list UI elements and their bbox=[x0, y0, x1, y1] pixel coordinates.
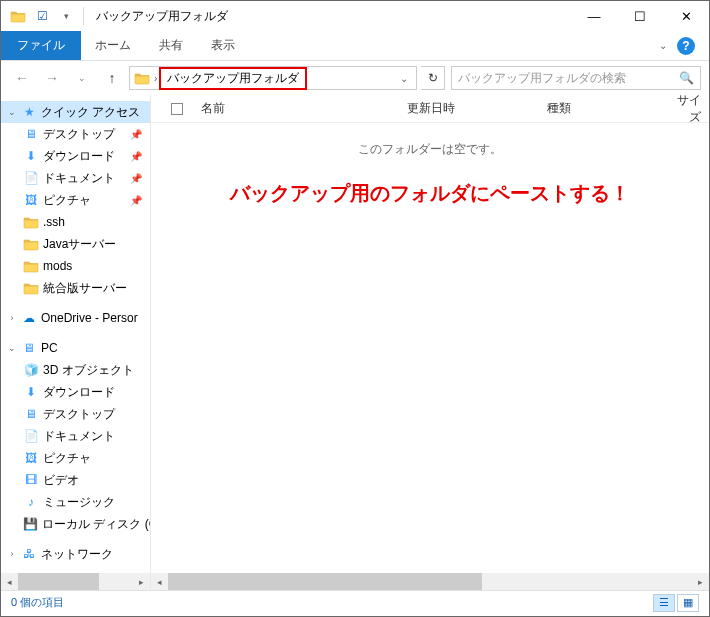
desktop-icon: 🖥 bbox=[23, 406, 39, 422]
tree-onedrive[interactable]: › ☁ OneDrive - Persor bbox=[1, 307, 150, 329]
tree-pc[interactable]: ⌄ 🖥 PC bbox=[1, 337, 150, 359]
search-placeholder: バックアップ用フォルダの検索 bbox=[458, 70, 679, 87]
home-tab[interactable]: ホーム bbox=[81, 31, 145, 60]
navigation-pane: ⌄ ★ クイック アクセス 🖥 デスクトップ 📌 ⬇ ダウンロード 📌 📄 ドキ… bbox=[1, 95, 151, 590]
chevron-right-icon[interactable]: › bbox=[7, 549, 17, 559]
scroll-left-icon[interactable]: ◂ bbox=[1, 573, 18, 590]
status-bar: 0 個の項目 ☰ ▦ bbox=[1, 590, 709, 614]
folder-icon bbox=[23, 280, 39, 296]
file-tab[interactable]: ファイル bbox=[1, 31, 81, 60]
folder-icon bbox=[23, 214, 39, 230]
refresh-button[interactable]: ↻ bbox=[421, 66, 445, 90]
download-icon: ⬇ bbox=[23, 148, 39, 164]
column-date[interactable]: 更新日時 bbox=[399, 100, 539, 117]
view-mode-buttons: ☰ ▦ bbox=[653, 594, 699, 612]
help-icon[interactable]: ? bbox=[677, 37, 695, 55]
network-icon: 🖧 bbox=[21, 546, 37, 562]
chevron-down-icon[interactable]: ⌄ bbox=[7, 343, 17, 353]
chevron-right-icon[interactable]: › bbox=[152, 73, 159, 84]
window-controls: — ☐ ✕ bbox=[571, 1, 709, 31]
up-button[interactable]: ↑ bbox=[99, 65, 125, 91]
music-icon: ♪ bbox=[23, 494, 39, 510]
video-icon: 🎞 bbox=[23, 472, 39, 488]
search-icon: 🔍 bbox=[679, 71, 694, 85]
tree-network[interactable]: › 🖧 ネットワーク bbox=[1, 543, 150, 565]
scroll-right-icon[interactable]: ▸ bbox=[692, 573, 709, 590]
tree-item-desktop[interactable]: 🖥 デスクトップ 📌 bbox=[1, 123, 150, 145]
item-count: 0 個の項目 bbox=[11, 595, 64, 610]
cloud-icon: ☁ bbox=[21, 310, 37, 326]
column-name[interactable]: 名前 bbox=[193, 100, 399, 117]
column-header: 名前 更新日時 種類 サイズ bbox=[151, 95, 709, 123]
search-input[interactable]: バックアップ用フォルダの検索 🔍 bbox=[451, 66, 701, 90]
title-bar: ☑ ▾ バックアップ用フォルダ — ☐ ✕ bbox=[1, 1, 709, 31]
empty-folder-message: このフォルダーは空です。 bbox=[151, 123, 709, 158]
annotation-text: バックアップ用のフォルダにペーストする！ bbox=[191, 180, 669, 207]
content-pane: 名前 更新日時 種類 サイズ このフォルダーは空です。 バックアップ用のフォルダ… bbox=[151, 95, 709, 590]
tree-item-documents[interactable]: 📄 ドキュメント 📌 bbox=[1, 167, 150, 189]
tree-item-ssh[interactable]: .ssh bbox=[1, 211, 150, 233]
tree-item-downloads[interactable]: ⬇ ダウンロード 📌 bbox=[1, 145, 150, 167]
ribbon-expand-icon[interactable]: ⌄ bbox=[659, 40, 667, 51]
tree-quick-access[interactable]: ⌄ ★ クイック アクセス bbox=[1, 101, 150, 123]
column-size[interactable]: サイズ bbox=[659, 92, 709, 126]
folder-icon bbox=[23, 258, 39, 274]
picture-icon: 🖼 bbox=[23, 450, 39, 466]
back-button[interactable]: ← bbox=[9, 65, 35, 91]
disk-icon: 💾 bbox=[23, 516, 38, 532]
ribbon-right: ⌄ ? bbox=[659, 31, 709, 60]
address-row: ← → ⌄ ↑ › バックアップ用フォルダ ⌄ ↻ バックアップ用フォルダの検索… bbox=[1, 61, 709, 95]
tree-item-3d[interactable]: 🧊 3D オブジェクト bbox=[1, 359, 150, 381]
desktop-icon: 🖥 bbox=[23, 126, 39, 142]
scroll-right-icon[interactable]: ▸ bbox=[133, 573, 150, 590]
pin-icon: 📌 bbox=[130, 151, 142, 162]
select-all-checkbox[interactable] bbox=[171, 103, 183, 115]
maximize-button[interactable]: ☐ bbox=[617, 1, 663, 31]
column-type[interactable]: 種類 bbox=[539, 100, 659, 117]
close-button[interactable]: ✕ bbox=[663, 1, 709, 31]
tree-item-bedrock[interactable]: 統合版サーバー bbox=[1, 277, 150, 299]
tree-item-pc-music[interactable]: ♪ ミュージック bbox=[1, 491, 150, 513]
breadcrumb-current[interactable]: バックアップ用フォルダ bbox=[159, 67, 307, 90]
share-tab[interactable]: 共有 bbox=[145, 31, 197, 60]
tree-item-pc-desktop[interactable]: 🖥 デスクトップ bbox=[1, 403, 150, 425]
chevron-right-icon[interactable]: › bbox=[7, 313, 17, 323]
tree-item-java[interactable]: Javaサーバー bbox=[1, 233, 150, 255]
icons-view-button[interactable]: ▦ bbox=[677, 594, 699, 612]
scroll-thumb[interactable] bbox=[168, 573, 482, 590]
document-icon: 📄 bbox=[23, 170, 39, 186]
tree-item-pc-disk[interactable]: 💾 ローカル ディスク (C bbox=[1, 513, 150, 535]
details-view-button[interactable]: ☰ bbox=[653, 594, 675, 612]
pin-icon: 📌 bbox=[130, 129, 142, 140]
scroll-thumb[interactable] bbox=[18, 573, 99, 590]
picture-icon: 🖼 bbox=[23, 192, 39, 208]
download-icon: ⬇ bbox=[23, 384, 39, 400]
tree-item-pictures[interactable]: 🖼 ピクチャ 📌 bbox=[1, 189, 150, 211]
tree-item-pc-videos[interactable]: 🎞 ビデオ bbox=[1, 469, 150, 491]
window-title: バックアップ用フォルダ bbox=[90, 8, 228, 25]
tree-item-pc-pictures[interactable]: 🖼 ピクチャ bbox=[1, 447, 150, 469]
folder-icon bbox=[134, 71, 150, 85]
star-icon: ★ bbox=[21, 104, 37, 120]
tree-item-pc-documents[interactable]: 📄 ドキュメント bbox=[1, 425, 150, 447]
tree-item-mods[interactable]: mods bbox=[1, 255, 150, 277]
address-dropdown-icon[interactable]: ⌄ bbox=[396, 73, 412, 84]
content-scrollbar[interactable]: ◂ ▸ bbox=[151, 573, 709, 590]
nav-scrollbar[interactable]: ◂ ▸ bbox=[1, 573, 150, 590]
ribbon-tabs: ファイル ホーム 共有 表示 ⌄ ? bbox=[1, 31, 709, 61]
qat-save-icon[interactable]: ☑ bbox=[31, 5, 53, 27]
address-bar[interactable]: › バックアップ用フォルダ ⌄ bbox=[129, 66, 417, 90]
recent-dropdown[interactable]: ⌄ bbox=[69, 65, 95, 91]
minimize-button[interactable]: — bbox=[571, 1, 617, 31]
chevron-down-icon[interactable]: ⌄ bbox=[7, 107, 17, 117]
view-tab[interactable]: 表示 bbox=[197, 31, 249, 60]
pin-icon: 📌 bbox=[130, 173, 142, 184]
quick-access-toolbar: ☑ ▾ bbox=[1, 5, 77, 27]
qat-dropdown-icon[interactable]: ▾ bbox=[55, 5, 77, 27]
scroll-left-icon[interactable]: ◂ bbox=[151, 573, 168, 590]
separator bbox=[83, 7, 84, 25]
document-icon: 📄 bbox=[23, 428, 39, 444]
folder-icon bbox=[23, 236, 39, 252]
tree-item-pc-downloads[interactable]: ⬇ ダウンロード bbox=[1, 381, 150, 403]
forward-button[interactable]: → bbox=[39, 65, 65, 91]
